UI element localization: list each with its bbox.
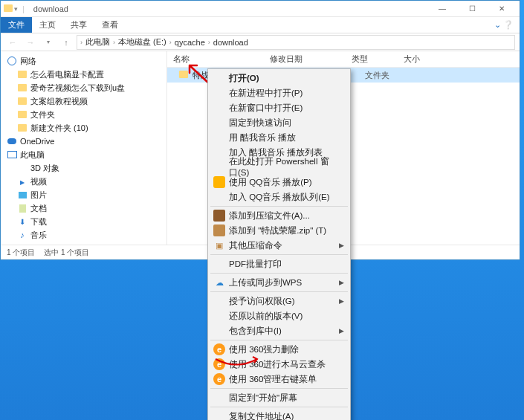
- sidebar-item-label: 网络: [20, 56, 36, 67]
- menu-pdf-print[interactable]: PDF批量打印: [210, 256, 349, 271]
- ribbon-tab-home[interactable]: 主页: [32, 17, 63, 33]
- submenu-arrow-icon: ▶: [339, 279, 344, 286]
- folder-icon: [4, 4, 13, 13]
- menu-360-menu[interactable]: e使用 360管理右键菜单: [210, 372, 349, 387]
- folder-icon: [179, 71, 188, 80]
- menu-restore-prev[interactable]: 还原以前的版本(V): [210, 308, 349, 323]
- column-headers: 名称 修改日期 类型 大小: [167, 51, 520, 68]
- ribbon-help-icon[interactable]: ⌄ ❔: [488, 17, 520, 33]
- cloud-icon: ☁: [213, 277, 225, 288]
- submenu-arrow-icon: ▶: [339, 297, 344, 305]
- col-type[interactable]: 类型: [352, 54, 404, 65]
- menu-separator: [210, 388, 348, 389]
- sidebar-item[interactable]: 爱奇艺视频怎么下载到u盘: [1, 81, 166, 94]
- sidebar-item[interactable]: 下载: [1, 215, 166, 228]
- sidebar-item-label: 怎么看电脑显卡配置: [30, 69, 104, 80]
- close-button[interactable]: ✕: [487, 1, 517, 16]
- sidebar-item[interactable]: 视频: [1, 175, 166, 188]
- sidebar-item[interactable]: 图片: [1, 188, 166, 201]
- menu-include-lib[interactable]: 包含到库中(I)▶: [210, 323, 349, 338]
- i-img-icon: [17, 190, 28, 200]
- menu-kuwo-play[interactable]: 用 酷我音乐 播放: [210, 130, 349, 145]
- menu-separator: [210, 407, 348, 407]
- i-pc-icon: [7, 149, 17, 160]
- i-net-icon: [7, 56, 17, 66]
- sidebar: 网络怎么看电脑显卡配置爱奇艺视频怎么下载到u盘文案组教程视频文件夹新建文件夹 (…: [1, 51, 167, 245]
- nav-recent-button[interactable]: ▾: [41, 36, 56, 49]
- window-title: download: [33, 4, 68, 13]
- breadcrumb[interactable]: › 此电脑 › 本地磁盘 (E:) › qycache › download: [77, 35, 515, 50]
- sidebar-item[interactable]: 3D 对象: [1, 161, 166, 175]
- menu-separator: [210, 206, 348, 207]
- i-dl-icon: [17, 216, 28, 227]
- sidebar-item[interactable]: 网络: [1, 54, 166, 68]
- sidebar-item[interactable]: 此电脑: [1, 148, 166, 161]
- sidebar-item[interactable]: 怎么看电脑显卡配置: [1, 68, 166, 81]
- quickbar-icon[interactable]: ▾: [14, 5, 18, 13]
- sidebar-item[interactable]: 文件夹: [1, 108, 166, 121]
- breadcrumb-seg[interactable]: download: [212, 38, 250, 47]
- menu-open[interactable]: 打开(O): [210, 71, 349, 85]
- col-date[interactable]: 修改日期: [270, 54, 352, 65]
- minimize-button[interactable]: —: [427, 1, 457, 16]
- status-selected: 选中 1 个项目: [44, 248, 89, 258]
- sidebar-item-label: 此电脑: [20, 149, 45, 161]
- menu-360-force-del[interactable]: e使用 360强力删除: [210, 342, 349, 357]
- i-fold-icon: [17, 96, 28, 106]
- sidebar-item[interactable]: 新建文件夹 (10): [1, 121, 166, 135]
- ribbon-tab-share[interactable]: 共享: [63, 17, 94, 33]
- context-menu: 打开(O) 在新进程中打开(P) 在新窗口中打开(E) 固定到快速访问 用 酷我…: [207, 68, 351, 420]
- chevron-right-icon: ›: [113, 39, 115, 46]
- menu-wps-sync[interactable]: ☁上传或同步到WPS▶: [210, 275, 349, 290]
- menu-separator: [210, 340, 348, 340]
- menu-pin-quick[interactable]: 固定到快速访问: [210, 115, 349, 130]
- col-size[interactable]: 大小: [404, 54, 520, 65]
- i-fold-icon: [17, 109, 28, 120]
- menu-other-zip[interactable]: ▣其他压缩命令▶: [210, 238, 349, 253]
- sidebar-item-label: 新建文件夹 (10): [30, 123, 88, 134]
- sidebar-item-label: 爱奇艺视频怎么下载到u盘: [30, 83, 125, 94]
- sidebar-item-label: OneDrive: [20, 137, 54, 146]
- chevron-right-icon: ›: [208, 39, 210, 46]
- menu-add-zip[interactable]: 添加到压缩文件(A)...: [210, 208, 349, 223]
- menu-copy-addr[interactable]: 复制文件地址(A): [210, 409, 349, 420]
- i-fold-icon: [17, 123, 28, 133]
- file-type: 文件夹: [365, 70, 417, 81]
- archive-icon: ▣: [213, 239, 225, 251]
- qqmusic-icon: [213, 176, 225, 188]
- ribbon-file-tab[interactable]: 文件: [1, 17, 32, 33]
- 360-icon: e: [213, 358, 225, 370]
- menu-add-named-zip[interactable]: 添加到 "特战荣耀.zip" (T): [210, 223, 349, 238]
- nav-up-button[interactable]: ↑: [59, 36, 74, 49]
- submenu-arrow-icon: ▶: [339, 327, 344, 335]
- nav-back-button[interactable]: ←: [5, 36, 20, 49]
- menu-pin-start[interactable]: 固定到"开始"屏幕: [210, 390, 349, 405]
- menu-360-trojan[interactable]: e使用 360进行木马云查杀: [210, 357, 349, 372]
- maximize-button[interactable]: ☐: [457, 1, 487, 16]
- menu-qq-list[interactable]: 加入 QQ音乐 播放队列(E): [210, 190, 349, 204]
- address-bar: ← → ▾ ↑ › 此电脑 › 本地磁盘 (E:) › qycache › do…: [1, 33, 520, 51]
- menu-separator: [210, 254, 348, 255]
- menu-grant-access[interactable]: 授予访问权限(G)▶: [210, 294, 349, 308]
- sidebar-item[interactable]: 音乐: [1, 228, 166, 242]
- col-name[interactable]: 名称: [173, 54, 270, 65]
- menu-qq-play[interactable]: 使用 QQ音乐 播放(P): [210, 175, 349, 190]
- breadcrumb-seg[interactable]: 本地磁盘 (E:): [117, 36, 168, 48]
- breadcrumb-seg[interactable]: 此电脑: [84, 36, 111, 48]
- i-3d-icon: [17, 163, 28, 173]
- nav-forward-button[interactable]: →: [23, 36, 38, 49]
- sidebar-item[interactable]: 文案组教程视频: [1, 94, 166, 108]
- chevron-right-icon: ›: [169, 39, 172, 46]
- menu-separator: [210, 291, 348, 292]
- menu-new-process[interactable]: 在新进程中打开(P): [210, 85, 349, 100]
- menu-new-window[interactable]: 在新窗口中打开(E): [210, 100, 349, 115]
- sidebar-item[interactable]: 文档: [1, 201, 166, 215]
- breadcrumb-seg[interactable]: qycache: [173, 38, 207, 47]
- 360-icon: e: [213, 373, 225, 385]
- 360-icon: e: [213, 343, 225, 355]
- menu-powershell[interactable]: 在此处打开 Powershell 窗口(S): [210, 160, 349, 175]
- i-onedrive-icon: [7, 136, 17, 146]
- sidebar-item[interactable]: OneDrive: [1, 135, 166, 148]
- sidebar-item-label: 文档: [30, 203, 47, 214]
- ribbon-tab-view[interactable]: 查看: [94, 17, 126, 33]
